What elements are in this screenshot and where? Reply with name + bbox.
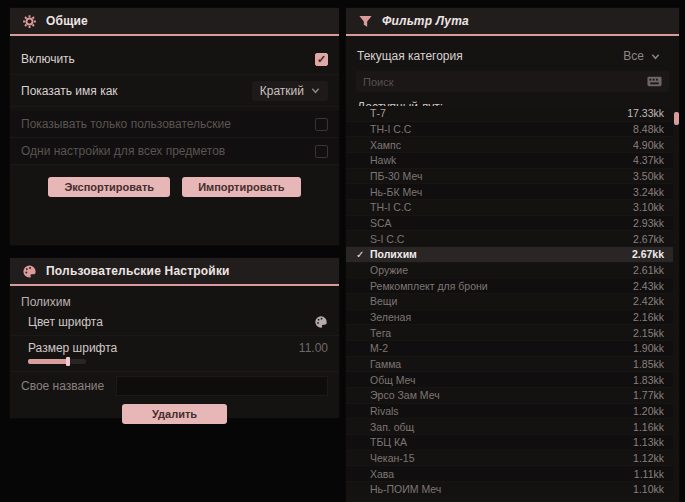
item-name: Полихим — [370, 248, 632, 260]
export-button[interactable]: Экспортировать — [48, 177, 170, 197]
list-item[interactable]: Гамма1.85kk — [346, 357, 673, 373]
item-name: Чекан-15 — [370, 452, 633, 464]
item-value: 1.16kk — [633, 421, 664, 433]
only-custom-checkbox[interactable] — [315, 118, 328, 131]
gear-icon — [22, 14, 37, 29]
enable-checkbox[interactable]: ✓ — [315, 53, 328, 66]
item-value: 17.33kk — [627, 107, 664, 119]
item-name: Hawk — [370, 154, 633, 166]
list-item[interactable]: Хава1.11kk — [346, 466, 673, 482]
general-panel: Общие Включить ✓ Показать имя как Кратки… — [10, 8, 339, 245]
item-value: 2.67kk — [633, 233, 664, 245]
slider-handle[interactable] — [66, 357, 70, 366]
list-item[interactable]: ПБ-30 Меч3.50kk — [346, 169, 673, 185]
item-value: 1.12kk — [633, 452, 664, 464]
scrollbar-track[interactable] — [674, 106, 679, 502]
same-settings-label: Одни настройки для всех предметов — [21, 144, 225, 158]
list-item[interactable]: SCA2.93kk — [346, 216, 673, 232]
list-item[interactable]: Hawk4.37kk — [346, 153, 673, 169]
item-value: 2.93kk — [633, 217, 664, 229]
list-item[interactable]: Эрсо Зам Меч1.77kk — [346, 388, 673, 404]
list-item[interactable]: Rivals1.20kk — [346, 404, 673, 420]
font-size-value: 11.00 — [299, 341, 328, 355]
custom-name-label: Свое название — [21, 379, 104, 393]
custom-name-input[interactable] — [116, 376, 328, 396]
list-item[interactable]: Общ Меч1.83kk — [346, 372, 673, 388]
item-name: Гамма — [370, 358, 633, 370]
item-value: 1.83kk — [633, 374, 664, 386]
custom-settings-header: Пользовательские Настройки — [10, 258, 339, 286]
item-name: М-2 — [370, 342, 633, 354]
general-buttons-row: Экспортировать Импортировать — [10, 177, 339, 197]
chevron-down-icon — [651, 52, 660, 61]
item-value: 1.10kk — [633, 483, 664, 495]
list-item[interactable]: Оружие2.61kk — [346, 263, 673, 279]
list-item[interactable]: М-21.90kk — [346, 341, 673, 357]
font-size-row: Размер шрифта 11.00 — [10, 336, 339, 372]
scrollbar-thumb[interactable] — [674, 112, 679, 125]
list-item[interactable]: ✓Полихим2.67kk — [346, 247, 673, 263]
list-item[interactable]: ТБЦ КА1.13kk — [346, 435, 673, 451]
item-name: ТН-I С.С — [370, 201, 633, 213]
list-item[interactable]: Нь-ПОИМ Меч1.10kk — [346, 482, 673, 498]
font-color-row: Цвет шрифта — [10, 309, 339, 336]
item-name: ПБ-30 Меч — [370, 170, 633, 182]
item-name: ТБЦ КА — [370, 436, 633, 448]
list-item[interactable]: Чекан-151.12kk — [346, 451, 673, 467]
general-panel-header: Общие — [10, 8, 339, 36]
list-item[interactable]: Ремкомплект для брони2.43kk — [346, 278, 673, 294]
general-panel-title: Общие — [46, 14, 88, 28]
font-color-label: Цвет шрифта — [28, 315, 103, 329]
list-item[interactable]: ТН-I С.С8.48kk — [346, 122, 673, 138]
item-name: Хампс — [370, 139, 633, 151]
only-custom-label: Показывать только пользовательские — [21, 117, 231, 131]
item-value: 8.48kk — [633, 123, 664, 135]
item-name: Ремкомплект для брони — [370, 280, 633, 292]
custom-settings-title: Пользовательские Настройки — [46, 264, 230, 278]
search-box[interactable]: Поиск — [356, 71, 669, 92]
item-value: 2.15kk — [633, 327, 664, 339]
keyboard-icon[interactable] — [647, 76, 662, 87]
list-item[interactable]: ТН-I С.С3.10kk — [346, 200, 673, 216]
funnel-icon — [358, 14, 373, 29]
item-name: Оружие — [370, 264, 633, 276]
item-name: Общ Меч — [370, 374, 633, 386]
show-name-row: Показать имя как Краткий — [10, 75, 339, 107]
only-custom-row: Показывать только пользовательские — [10, 111, 339, 138]
category-dropdown[interactable]: Все — [615, 46, 668, 66]
item-value: 1.20kk — [633, 405, 664, 417]
item-value: 3.10kk — [633, 201, 664, 213]
list-item[interactable]: Тега2.15kk — [346, 325, 673, 341]
list-item[interactable]: Зап. общ1.16kk — [346, 419, 673, 435]
list-item[interactable]: Хампс4.90kk — [346, 137, 673, 153]
slider-fill — [28, 359, 68, 364]
item-value: 3.50kk — [633, 170, 664, 182]
font-size-slider[interactable] — [28, 359, 86, 364]
list-item[interactable]: Зеленая2.16kk — [346, 310, 673, 326]
category-row: Текущая категория Все — [346, 41, 679, 71]
item-name: Нь-ПОИМ Меч — [370, 483, 633, 495]
color-picker-icon[interactable] — [314, 315, 328, 329]
item-name: S-I С.С — [370, 233, 633, 245]
import-button[interactable]: Импортировать — [182, 177, 300, 197]
check-icon: ✓ — [356, 249, 370, 260]
custom-name-row: Свое название — [10, 372, 339, 399]
show-name-dropdown[interactable]: Краткий — [252, 81, 328, 101]
list-item[interactable]: Вещи2.42kk — [346, 294, 673, 310]
list-item[interactable]: Нь-БК Меч3.24kk — [346, 184, 673, 200]
item-value: 4.37kk — [633, 154, 664, 166]
item-value: 2.16kk — [633, 311, 664, 323]
delete-button[interactable]: Удалить — [122, 404, 227, 424]
list-item[interactable]: S-I С.С2.67kk — [346, 231, 673, 247]
item-value: 1.77kk — [633, 389, 664, 401]
loot-filter-header: Фильтр Лута — [346, 8, 679, 36]
mod-settings-window: Общие Включить ✓ Показать имя как Кратки… — [0, 0, 685, 502]
loot-list: Т-717.33kkТН-I С.С8.48kkХампс4.90kkHawk4… — [346, 106, 673, 502]
loot-filter-panel: Фильтр Лута Текущая категория Все Поиск … — [346, 8, 679, 502]
list-item[interactable]: Т-717.33kk — [346, 106, 673, 122]
item-value: 1.90kk — [633, 342, 664, 354]
item-value: 2.61kk — [633, 264, 664, 276]
item-value: 4.90kk — [633, 139, 664, 151]
same-settings-checkbox[interactable] — [315, 145, 328, 158]
item-name: Вещи — [370, 295, 633, 307]
